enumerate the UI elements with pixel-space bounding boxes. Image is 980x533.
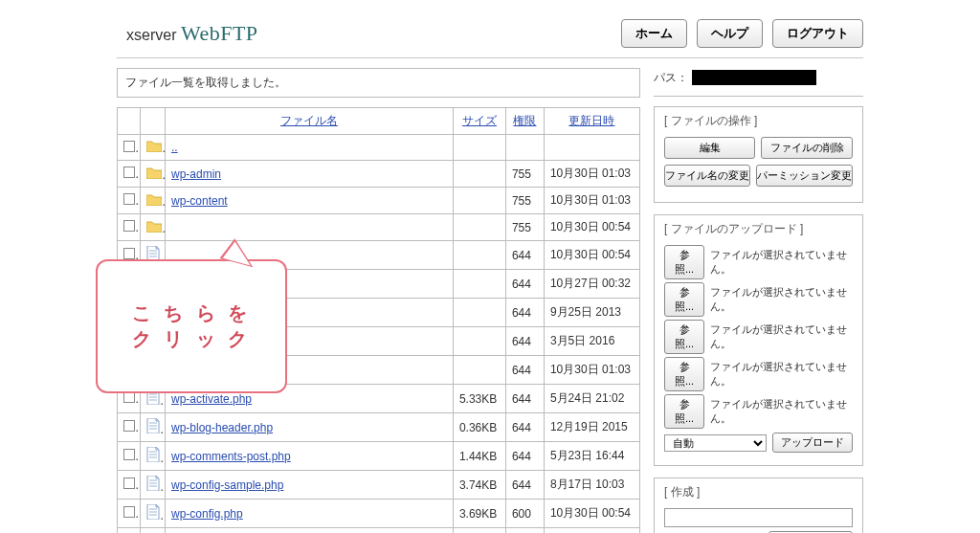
row-checkbox[interactable] bbox=[123, 449, 135, 460]
row-checkbox[interactable] bbox=[123, 167, 135, 178]
table-row: wp-comments-post.php1.44KB6445月23日 16:44 bbox=[118, 442, 640, 471]
no-file-label: ファイルが選択されていません。 bbox=[710, 322, 853, 351]
file-link[interactable]: wp-admin bbox=[171, 167, 221, 181]
file-date: 5月23日 16:44 bbox=[544, 442, 639, 471]
upload-button[interactable]: アップロード bbox=[772, 433, 853, 453]
file-perm: 644 bbox=[505, 299, 544, 327]
header-icon-cell bbox=[141, 108, 166, 135]
home-button[interactable]: ホーム bbox=[621, 19, 687, 48]
encoding-select[interactable]: 自動 bbox=[664, 434, 767, 452]
table-row: wp-config-sample.php3.74KB6448月17日 10:03 bbox=[118, 471, 640, 500]
folder-icon bbox=[146, 193, 162, 206]
header: xserver WebFTP ホーム ヘルプ ログアウト bbox=[117, 10, 863, 58]
edit-button[interactable]: 編集 bbox=[664, 137, 756, 159]
row-checkbox[interactable] bbox=[123, 248, 135, 259]
app-logo: xserver WebFTP bbox=[126, 21, 258, 46]
file-size bbox=[453, 135, 505, 161]
browse-button[interactable]: 参照... bbox=[664, 394, 704, 429]
file-link[interactable]: .. bbox=[171, 141, 178, 154]
file-date: 9月25日 2013 bbox=[544, 299, 639, 327]
row-checkbox[interactable] bbox=[123, 193, 135, 205]
file-perm: 755 bbox=[505, 214, 544, 241]
browse-button[interactable]: 参照... bbox=[664, 320, 704, 354]
path-bar: パス：██████████████ bbox=[654, 68, 863, 97]
browse-button[interactable]: 参照... bbox=[664, 357, 704, 391]
file-date: 5月24日 21:02 bbox=[544, 385, 639, 413]
file-perm: 644 bbox=[505, 471, 544, 500]
file-perm: 644 bbox=[505, 442, 544, 471]
col-name-header[interactable]: ファイル名 bbox=[166, 108, 454, 135]
row-checkbox[interactable] bbox=[123, 141, 135, 152]
rename-button[interactable]: ファイル名の変更 bbox=[664, 165, 750, 187]
file-size bbox=[453, 161, 505, 188]
create-panel: [ 作成 ] フォルダ作成 ファイル作成 bbox=[654, 477, 863, 533]
col-size-header[interactable]: サイズ bbox=[453, 108, 505, 135]
folder-icon bbox=[146, 167, 162, 179]
table-row: .. bbox=[118, 135, 640, 161]
folder-icon bbox=[146, 140, 162, 152]
row-checkbox[interactable] bbox=[123, 506, 135, 518]
file-name: wp-blog-header.php bbox=[166, 413, 454, 442]
no-file-label: ファイルが選択されていません。 bbox=[710, 248, 853, 277]
file-size: 3.74KB bbox=[453, 471, 505, 500]
file-date: 8月17日 10:03 bbox=[544, 471, 639, 500]
file-date: 10月30日 00:54 bbox=[544, 241, 639, 270]
upload-panel: [ ファイルのアップロード ] 参照...ファイルが選択されていません。参照..… bbox=[654, 214, 863, 466]
file-perm: 755 bbox=[505, 188, 544, 214]
browse-button[interactable]: 参照... bbox=[664, 245, 704, 279]
file-perm: 644 bbox=[505, 385, 544, 413]
file-size bbox=[453, 299, 505, 327]
file-perm: 644 bbox=[505, 528, 544, 534]
chmod-button[interactable]: パーミッション変更 bbox=[756, 165, 853, 187]
folder-name-input[interactable] bbox=[664, 508, 853, 527]
file-perm bbox=[505, 135, 544, 161]
file-size: 0.36KB bbox=[453, 413, 505, 442]
file-name: .. bbox=[166, 135, 454, 161]
file-link[interactable]: wp-activate.php bbox=[171, 392, 252, 406]
col-date-header[interactable]: 更新日時 bbox=[544, 108, 639, 135]
file-icon bbox=[146, 447, 160, 462]
file-perm: 644 bbox=[505, 356, 544, 385]
file-link[interactable]: wp-content bbox=[171, 194, 228, 208]
file-link[interactable]: wp-config-sample.php bbox=[171, 478, 283, 492]
file-size: 3.21KB bbox=[453, 528, 505, 534]
table-row: wp-content75510月30日 01:03 bbox=[118, 188, 640, 214]
file-perm: 644 bbox=[505, 327, 544, 356]
logout-button[interactable]: ログアウト bbox=[772, 19, 863, 48]
file-size: 5.33KB bbox=[453, 385, 505, 413]
col-perm-header[interactable]: 権限 bbox=[505, 108, 544, 135]
file-size bbox=[453, 356, 505, 385]
file-name: wp-content bbox=[166, 188, 454, 214]
file-name: wp-comments-post.php bbox=[166, 442, 454, 471]
file-date: 10月30日 00:54 bbox=[544, 214, 639, 241]
file-perm: 600 bbox=[505, 500, 544, 528]
table-row: wp-config.php3.69KB60010月30日 00:54 bbox=[118, 500, 640, 528]
row-checkbox[interactable] bbox=[123, 477, 135, 489]
delete-button[interactable]: ファイルの削除 bbox=[761, 137, 853, 159]
file-date: 10月30日 01:03 bbox=[544, 356, 639, 385]
header-checkbox-cell bbox=[118, 108, 141, 135]
file-link[interactable]: wp-config.php bbox=[171, 507, 243, 521]
file-date: 5月24日 2015 bbox=[544, 528, 639, 534]
file-ops-panel: [ ファイルの操作 ] 編集 ファイルの削除 ファイル名の変更 パーミッション変… bbox=[654, 106, 863, 203]
help-button[interactable]: ヘルプ bbox=[697, 19, 763, 48]
file-date: 10月27日 00:32 bbox=[544, 270, 639, 299]
file-size bbox=[453, 214, 505, 241]
browse-button[interactable]: 参照... bbox=[664, 282, 704, 317]
file-link[interactable]: wp-comments-post.php bbox=[171, 450, 291, 463]
file-size bbox=[453, 270, 505, 299]
file-perm: 755 bbox=[505, 161, 544, 188]
file-icon bbox=[146, 418, 160, 433]
no-file-label: ファイルが選択されていません。 bbox=[710, 397, 853, 426]
row-checkbox[interactable] bbox=[123, 420, 135, 432]
file-ops-title: [ ファイルの操作 ] bbox=[664, 113, 853, 129]
file-size: 3.69KB bbox=[453, 500, 505, 528]
file-size bbox=[453, 327, 505, 356]
create-title: [ 作成 ] bbox=[664, 484, 853, 500]
file-perm: 644 bbox=[505, 270, 544, 299]
file-link[interactable]: wp-blog-header.php bbox=[171, 421, 273, 434]
file-date bbox=[544, 135, 639, 161]
file-size: 1.44KB bbox=[453, 442, 505, 471]
table-row: wp-cron.php3.21KB6445月24日 2015 bbox=[118, 528, 640, 534]
row-checkbox[interactable] bbox=[123, 220, 135, 232]
